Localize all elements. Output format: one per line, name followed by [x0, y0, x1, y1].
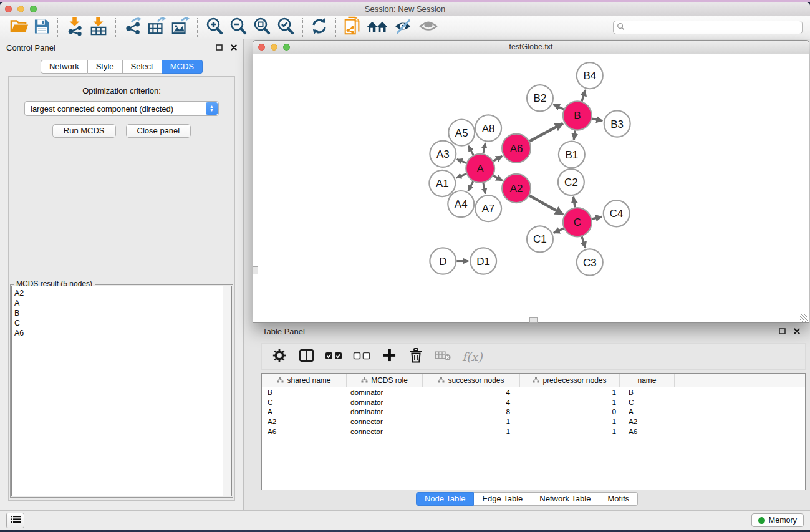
- search-field[interactable]: [613, 21, 803, 34]
- vertical-scrollbar-nub[interactable]: [253, 266, 258, 274]
- graph-edge-B-B3[interactable]: [592, 118, 602, 120]
- delete-column-button[interactable]: [408, 347, 424, 366]
- table-cell[interactable]: A2: [620, 417, 675, 426]
- graph-node-C3[interactable]: C3: [577, 249, 603, 275]
- column-header-mcds-role[interactable]: MCDS role: [347, 374, 423, 387]
- float-panel-icon[interactable]: [216, 43, 223, 52]
- clone-network-button[interactable]: [344, 17, 361, 37]
- table-cell[interactable]: connector: [347, 417, 423, 426]
- network-canvas[interactable]: AA1A2A3A4A5A6A7A8BB1B2B3B4CC1C2C3C4DD1: [253, 54, 809, 322]
- table-row[interactable]: Cdominator41C: [262, 397, 805, 407]
- mcds-result-item[interactable]: A6: [14, 328, 231, 338]
- graph-edge-B-B1[interactable]: [574, 130, 575, 140]
- create-column-button[interactable]: [381, 347, 397, 366]
- graph-node-C4[interactable]: C4: [604, 200, 630, 226]
- zoom-selected-button[interactable]: [276, 17, 295, 37]
- table-row[interactable]: Bdominator41B: [262, 387, 805, 397]
- graph-node-A4[interactable]: A4: [448, 191, 474, 217]
- column-header-predecessor-nodes[interactable]: predecessor nodes: [520, 374, 620, 387]
- graph-edge-A6-B[interactable]: [529, 123, 563, 142]
- network-window-titlebar[interactable]: testGlobe.txt: [253, 41, 809, 54]
- table-cell[interactable]: A6: [620, 427, 675, 436]
- network-maximize-button[interactable]: [283, 44, 290, 51]
- import-table-button[interactable]: [89, 17, 108, 37]
- close-window-button[interactable]: [5, 6, 12, 12]
- graph-node-C2[interactable]: C2: [558, 169, 584, 195]
- table-cell[interactable]: C: [620, 398, 675, 407]
- export-network-button[interactable]: [123, 17, 142, 37]
- table-cell[interactable]: 4: [423, 398, 520, 407]
- table-cell[interactable]: A2: [262, 417, 347, 426]
- mcds-result-item[interactable]: C: [14, 318, 231, 328]
- graph-node-C[interactable]: C: [563, 208, 592, 236]
- mcds-result-item[interactable]: A2: [14, 288, 231, 298]
- graph-node-D[interactable]: D: [430, 248, 456, 274]
- graph-node-A7[interactable]: A7: [475, 195, 501, 221]
- zoom-out-button[interactable]: [229, 17, 248, 37]
- export-image-button[interactable]: [171, 17, 190, 37]
- graph-edge-C-C1[interactable]: [554, 228, 564, 233]
- graph-edge-A2-C[interactable]: [529, 196, 563, 215]
- graph-edge-A-A8[interactable]: [483, 143, 485, 153]
- graph-edge-C-C4[interactable]: [592, 216, 602, 219]
- graph-node-A3[interactable]: A3: [430, 141, 456, 167]
- deselect-all-columns-button[interactable]: [353, 347, 370, 366]
- table-cell[interactable]: B: [262, 388, 347, 397]
- zoom-fit-button[interactable]: [253, 17, 271, 37]
- graph-edge-A-A1[interactable]: [456, 174, 466, 178]
- run-mcds-button[interactable]: Run MCDS: [52, 124, 116, 138]
- table-cell[interactable]: A: [262, 407, 347, 416]
- maximize-window-button[interactable]: [30, 6, 37, 12]
- network-minimize-button[interactable]: [271, 44, 277, 51]
- graph-edge-A-A4[interactable]: [468, 181, 473, 191]
- table-cell[interactable]: A: [620, 407, 675, 416]
- column-header-name[interactable]: name: [620, 374, 675, 387]
- graph-node-A2[interactable]: A2: [502, 174, 531, 203]
- graph-node-A6[interactable]: A6: [502, 134, 531, 163]
- table-cell[interactable]: 1: [520, 388, 620, 397]
- graph-edge-A-A7[interactable]: [483, 183, 485, 193]
- tab-network-table[interactable]: Network Table: [531, 492, 599, 506]
- graph-edge-B-B4[interactable]: [582, 90, 586, 101]
- mcds-result-item[interactable]: B: [14, 308, 231, 318]
- open-session-button[interactable]: [10, 17, 29, 37]
- window-titlebar[interactable]: Session: New Session: [0, 2, 810, 16]
- close-panel-icon[interactable]: [794, 327, 800, 336]
- column-header-successor-nodes[interactable]: successor nodes: [423, 374, 520, 387]
- graph-node-B4[interactable]: B4: [577, 62, 603, 89]
- graph-edge-B-B2[interactable]: [554, 105, 564, 110]
- refresh-button[interactable]: [311, 17, 328, 37]
- table-cell[interactable]: B: [620, 388, 675, 397]
- function-builder-button[interactable]: f(x): [462, 347, 483, 366]
- graph-node-D1[interactable]: D1: [470, 248, 496, 274]
- tab-node-table[interactable]: Node Table: [416, 492, 475, 506]
- import-network-button[interactable]: [65, 17, 84, 37]
- table-cell[interactable]: 0: [520, 407, 620, 416]
- tab-motifs[interactable]: Motifs: [599, 492, 638, 506]
- graph-edge-A-A3[interactable]: [457, 159, 466, 163]
- hide-graphics-button[interactable]: [393, 17, 413, 37]
- result-list-scrollbar[interactable]: [223, 286, 231, 496]
- graph-edge-C-C3[interactable]: [582, 236, 586, 248]
- tab-select[interactable]: Select: [123, 60, 162, 74]
- graph-edge-A-A5[interactable]: [468, 146, 473, 155]
- graph-node-A5[interactable]: A5: [448, 119, 475, 145]
- table-cell[interactable]: 1: [520, 398, 620, 407]
- tab-edge-table[interactable]: Edge Table: [474, 492, 531, 506]
- table-cell[interactable]: dominator: [347, 388, 423, 397]
- table-row[interactable]: Adominator80A: [262, 407, 805, 417]
- float-panel-icon[interactable]: [779, 327, 786, 336]
- save-session-button[interactable]: [34, 17, 50, 37]
- optimization-criterion-select[interactable]: largest connected component (directed) ▲…: [24, 101, 219, 116]
- table-settings-button[interactable]: [271, 347, 287, 366]
- graph-edge-A-A6[interactable]: [493, 156, 502, 161]
- network-close-button[interactable]: [258, 44, 265, 51]
- graph-node-B[interactable]: B: [563, 101, 592, 130]
- table-cell[interactable]: 8: [423, 407, 520, 416]
- table-cell[interactable]: A6: [262, 427, 347, 436]
- tab-mcds[interactable]: MCDS: [162, 60, 203, 74]
- table-cell[interactable]: 1: [520, 427, 620, 436]
- panel-menu-button[interactable]: [6, 513, 24, 528]
- mcds-result-list[interactable]: A2ABCA6: [11, 286, 232, 496]
- table-cell[interactable]: 1: [423, 417, 520, 426]
